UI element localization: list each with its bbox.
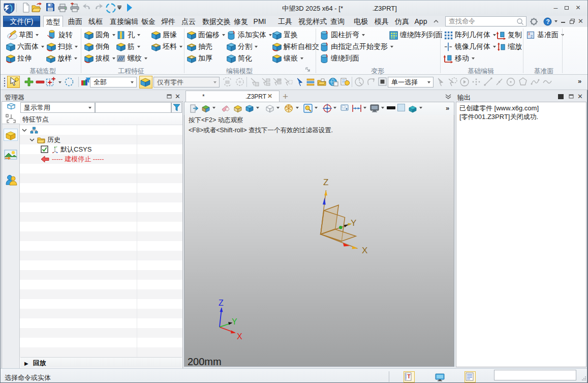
- svg-text:Z: Z: [323, 178, 328, 187]
- svg-text:Y: Y: [232, 317, 237, 326]
- svg-text:X: X: [237, 332, 242, 341]
- svg-text:Y: Y: [351, 218, 356, 228]
- svg-text:T: T: [408, 374, 411, 379]
- svg-text:Z: Z: [219, 299, 224, 307]
- svg-text:?: ?: [546, 18, 550, 25]
- svg-text:X: X: [362, 246, 367, 255]
